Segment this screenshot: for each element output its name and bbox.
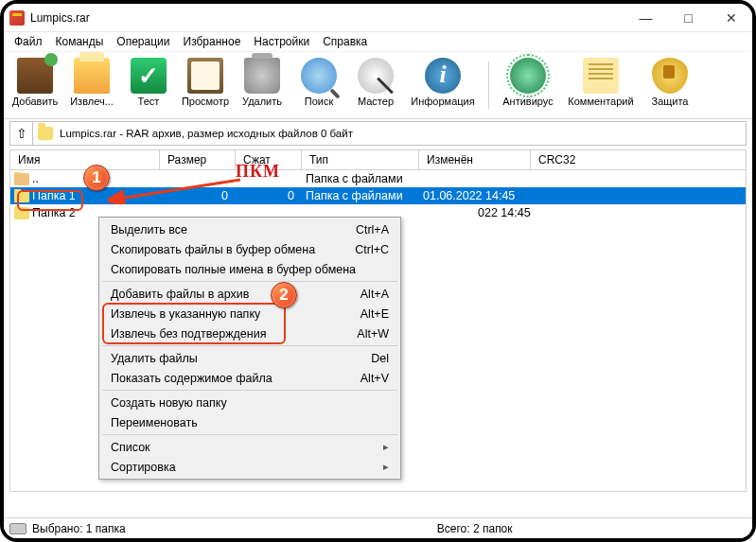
row-up[interactable]: .. Папка с файлами	[10, 170, 746, 187]
window-title: Lumpics.rar	[30, 11, 624, 25]
ctx-rename[interactable]: Переименовать	[101, 412, 398, 432]
col-name[interactable]: Имя	[10, 150, 160, 169]
menu-commands[interactable]: Команды	[49, 33, 111, 50]
folder-icon	[14, 207, 29, 219]
test-label: Тест	[138, 96, 160, 107]
wizard-label: Мастер	[358, 96, 394, 107]
address-text: Lumpics.rar - RAR архив, размер исходных…	[58, 128, 746, 139]
ctx-separator	[102, 390, 397, 391]
folder-1-modified: 01.06.2022 14:45	[419, 189, 531, 202]
minimize-button[interactable]: —	[624, 5, 667, 31]
app-icon	[9, 10, 25, 26]
context-menu: Выделить всеCtrl+A Скопировать файлы в б…	[98, 217, 401, 480]
folder-1-packed: 0	[236, 189, 302, 202]
folder-2-name: Папка 2	[32, 206, 76, 219]
delete-icon	[244, 58, 280, 94]
protect-icon	[652, 58, 688, 94]
ctx-copy-files[interactable]: Скопировать файлы в буфер обменаCtrl+C	[101, 239, 398, 259]
row-folder-1[interactable]: Папка 1 0 0 Папка с файлами 01.06.2022 1…	[10, 187, 746, 204]
view-icon	[187, 58, 223, 94]
up-name: ..	[32, 172, 39, 185]
test-icon	[131, 58, 167, 94]
disk-icon	[9, 523, 26, 534]
comment-button[interactable]: Комментарий	[561, 54, 641, 116]
status-total: Всего: 2 папок	[437, 522, 747, 535]
folder-1-type: Папка с файлами	[302, 189, 419, 202]
up-type: Папка с файлами	[302, 172, 419, 185]
test-button[interactable]: Тест	[121, 54, 176, 116]
ctx-show-contents[interactable]: Показать содержимое файлаAlt+V	[101, 368, 398, 388]
extract-label: Извлеч...	[70, 96, 114, 107]
maximize-button[interactable]: □	[667, 5, 710, 31]
ctx-copy-names[interactable]: Скопировать полные имена в буфер обмена	[101, 259, 398, 279]
menu-help[interactable]: Справка	[316, 33, 374, 50]
col-type[interactable]: Тип	[302, 150, 419, 169]
delete-label: Удалить	[242, 96, 282, 107]
info-button[interactable]: Информация	[405, 54, 481, 116]
annotation-badge-2: 2	[271, 282, 297, 308]
comment-label: Комментарий	[568, 96, 633, 107]
menubar: Файл Команды Операции Избранное Настройк…	[4, 32, 752, 51]
folder-2-modified: 022 14:45	[419, 206, 531, 219]
view-label: Просмотр	[182, 96, 229, 107]
menu-file[interactable]: Файл	[8, 33, 49, 50]
annotation-badge-1: 1	[83, 165, 110, 191]
protect-label: Защита	[652, 96, 689, 107]
col-crc[interactable]: CRC32	[531, 150, 746, 169]
ctx-separator	[102, 345, 397, 346]
folder-1-name: Папка 1	[32, 189, 76, 202]
ctx-extract-to[interactable]: Извлечь в указанную папкуAlt+E	[101, 304, 398, 323]
find-button[interactable]: Поиск	[291, 54, 346, 116]
status-bar: Выбрано: 1 папка Всего: 2 папок	[4, 517, 752, 538]
ctx-delete[interactable]: Удалить файлыDel	[101, 348, 398, 368]
menu-favorites[interactable]: Избранное	[177, 33, 248, 50]
close-button[interactable]: ✕	[710, 5, 752, 31]
ctx-separator	[102, 434, 397, 435]
ctx-sort[interactable]: Сортировка	[101, 457, 398, 477]
up-button[interactable]: ⇧	[10, 122, 33, 145]
antivirus-icon	[510, 58, 546, 94]
col-modified[interactable]: Изменён	[419, 150, 531, 169]
address-bar[interactable]: ⇧ Lumpics.rar - RAR архив, размер исходн…	[9, 121, 747, 146]
add-label: Добавить	[12, 96, 59, 107]
ctx-list[interactable]: Список	[101, 437, 398, 457]
wizard-button[interactable]: Мастер	[348, 54, 403, 116]
ctx-new-folder[interactable]: Создать новую папку	[101, 393, 398, 412]
ctx-separator	[102, 281, 397, 282]
add-icon	[17, 58, 53, 94]
protect-button[interactable]: Защита	[642, 54, 697, 116]
find-label: Поиск	[305, 96, 333, 107]
find-icon	[301, 58, 337, 94]
ctx-extract-noconf[interactable]: Извлечь без подтвержденияAlt+W	[101, 323, 398, 343]
info-label: Информация	[411, 96, 474, 107]
archive-icon	[38, 127, 53, 140]
menu-operations[interactable]: Операции	[110, 33, 176, 50]
info-icon	[425, 58, 461, 94]
delete-button[interactable]: Удалить	[235, 54, 290, 116]
folder-icon	[14, 190, 29, 202]
folder-up-icon	[14, 173, 29, 185]
antivirus-button[interactable]: Антивирус	[497, 54, 559, 116]
wizard-icon	[358, 58, 394, 94]
toolbar-separator	[488, 61, 489, 109]
view-button[interactable]: Просмотр	[178, 54, 233, 116]
titlebar: Lumpics.rar — □ ✕	[4, 4, 752, 32]
status-selection: Выбрано: 1 папка	[32, 522, 126, 535]
menu-options[interactable]: Настройки	[247, 33, 316, 50]
add-button[interactable]: Добавить	[8, 54, 62, 116]
col-size[interactable]: Размер	[160, 150, 236, 169]
annotation-pkm: ПКМ	[236, 162, 280, 182]
comment-icon	[583, 58, 619, 94]
ctx-add-files[interactable]: Добавить файлы в архивAlt+A	[101, 284, 398, 304]
extract-icon	[74, 58, 110, 94]
column-headers: Имя Размер Сжат Тип Изменён CRC32	[9, 149, 747, 170]
ctx-select-all[interactable]: Выделить всеCtrl+A	[101, 219, 398, 239]
toolbar: Добавить Извлеч... Тест Просмотр Удалить…	[4, 51, 752, 119]
folder-1-size: 0	[160, 189, 236, 202]
extract-button[interactable]: Извлеч...	[64, 54, 119, 116]
